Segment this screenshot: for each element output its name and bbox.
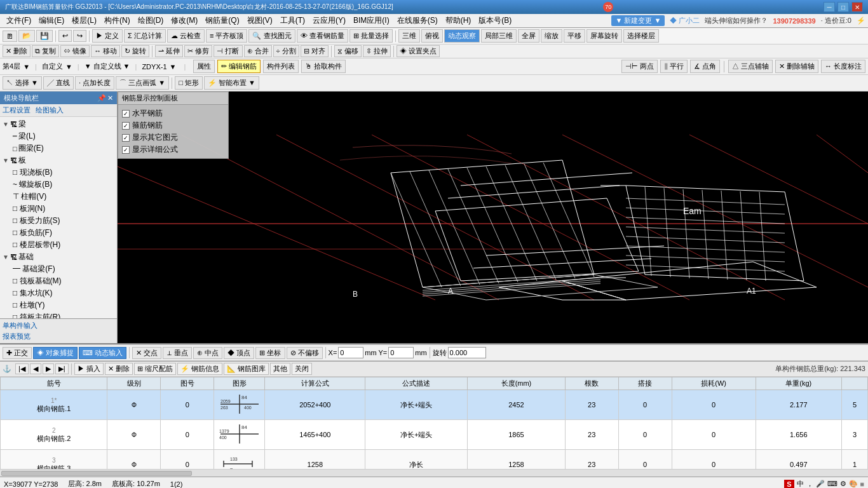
set-vertex-button[interactable]: ◈ 设置夹点 — [397, 45, 440, 57]
find-element-button[interactable]: 🔍 查找图元 — [248, 29, 295, 43]
checkbox-show-elements[interactable]: 显示其它图元 — [122, 132, 224, 144]
nav-prev-button[interactable]: ◀ — [30, 363, 41, 374]
cad-drawing[interactable]: B A A1 Eam — [118, 92, 868, 343]
sidebar-item-slab-rebar[interactable]: □ 板受力筋(S) — [0, 215, 117, 227]
menu-cloud[interactable]: 云应用(Y) — [309, 14, 349, 27]
table-row[interactable]: 2 横向钢筋.2 Ф 0 84 1379 — [1, 420, 868, 450]
new-change-button[interactable]: ▼ 新建变更 ▼ — [611, 15, 665, 26]
stretch-button[interactable]: ⇳ 拉伸 — [363, 45, 391, 57]
floor-align-button[interactable]: ≡ 平齐板顶 — [206, 29, 247, 43]
sidebar-item-beam[interactable]: ━ 梁(L) — [0, 130, 117, 142]
sidebar-item-found-beam[interactable]: ━ 基础梁(F) — [0, 263, 117, 275]
move-button[interactable]: ↔ 移动 — [91, 45, 120, 57]
table-row[interactable]: 3 横向钢筋.3 Ф 0 133 — [1, 450, 868, 470]
delete-button[interactable]: ✕ 删除 — [3, 45, 31, 57]
close-button[interactable]: ✕ — [851, 2, 863, 12]
report-preview-link[interactable]: 报表预览 — [3, 331, 114, 342]
scale-rebar-button[interactable]: ⊞ 缩尺配筋 — [134, 363, 176, 375]
screen-rotate-button[interactable]: 屏幕旋转 — [587, 29, 622, 43]
dynamic-input-button[interactable]: ⌨ 动态输入 — [79, 347, 126, 359]
insert-row-button[interactable]: ▶ 插入 — [74, 363, 104, 375]
menu-floor[interactable]: 楼层(L) — [68, 14, 100, 27]
close-table-button[interactable]: 关闭 — [292, 363, 312, 375]
coord-button[interactable]: ⊞ 坐标 — [255, 347, 285, 359]
sidebar-close-icon[interactable]: ✕ — [107, 94, 113, 102]
component-list-button[interactable]: 构件列表 — [263, 60, 299, 73]
sidebar-item-col-pier[interactable]: □ 柱墩(Y) — [0, 299, 117, 311]
edit-rebar-button[interactable]: ✏ 编辑钢筋 — [217, 60, 261, 73]
y-input[interactable] — [388, 347, 414, 358]
sidebar-item-sump[interactable]: □ 集水坑(K) — [0, 287, 117, 299]
view-rebar-button[interactable]: 👁 查看钢筋量 — [297, 29, 348, 43]
menu-version[interactable]: 版本号(B) — [475, 14, 515, 27]
checkbox-horizontal-rebar[interactable]: 水平钢筋 — [122, 107, 224, 119]
sidebar-item-beam-group[interactable]: ▼ 🏗 梁 — [0, 118, 117, 130]
sidebar-item-raft[interactable]: □ 筏板基础(M) — [0, 275, 117, 287]
delete-axis-button[interactable]: ✕ 删除辅轴 — [775, 60, 818, 73]
offset-button[interactable]: ⧖ 偏移 — [334, 45, 362, 57]
select-tool-button[interactable]: ↖ 选择 ▼ — [3, 76, 42, 90]
no-offset-button[interactable]: ⊘ 不偏移 — [287, 347, 323, 359]
pan-button[interactable]: 平移 — [564, 29, 585, 43]
ortho-button[interactable]: ✚ 正交 — [3, 347, 32, 359]
orbit-button[interactable]: 动态观察 — [444, 29, 480, 43]
checkbox-stirrup-icon[interactable] — [122, 122, 130, 130]
open-button[interactable]: 📂 — [18, 30, 35, 42]
cloud-check-button[interactable]: ☁ 云检查 — [167, 29, 205, 43]
menu-tools[interactable]: 工具(T) — [276, 14, 309, 27]
rotate-input[interactable] — [448, 347, 486, 358]
delete-row-button[interactable]: ✕ 删除 — [105, 363, 133, 375]
batch-select-button[interactable]: ⊞ 批量选择 — [349, 29, 393, 43]
pick-component-button[interactable]: 🖱 拾取构件 — [301, 60, 346, 73]
three-point-axis-button[interactable]: △ 三点辅轴 — [728, 60, 773, 73]
define-button[interactable]: ▶ 定义 — [92, 29, 123, 43]
redo-button[interactable]: ↪ — [73, 30, 86, 42]
sidebar-item-slab-neg[interactable]: □ 板负筋(F) — [0, 227, 117, 239]
save-button[interactable]: 💾 — [36, 30, 53, 42]
x-input[interactable] — [338, 347, 363, 358]
object-snap-button[interactable]: ◈ 对象捕捉 — [33, 347, 78, 359]
sidebar-pin-icon[interactable]: 📌 — [97, 94, 106, 102]
checkbox-show-formula[interactable]: 显示详细公式 — [122, 144, 224, 156]
cad-viewport[interactable]: 钢筋显示控制面板 水平钢筋 箍筋钢筋 显示其它图元 — [118, 92, 868, 343]
sidebar-item-spiral-slab[interactable]: ~ 螺旋板(B) — [0, 179, 117, 191]
maximize-button[interactable]: □ — [837, 2, 849, 12]
midpoint-button[interactable]: ⊕ 中点 — [193, 347, 222, 359]
split-button[interactable]: ÷ 分割 — [273, 45, 299, 57]
menu-edit[interactable]: 编辑(E) — [35, 14, 68, 27]
sidebar-item-ring-beam[interactable]: □ 圈梁(E) — [0, 142, 117, 154]
align-button[interactable]: ⊟ 对齐 — [301, 45, 329, 57]
checkbox-stirrup[interactable]: 箍筋钢筋 — [122, 119, 224, 132]
menu-draw[interactable]: 绘图(D) — [134, 14, 168, 27]
nav-next-button[interactable]: ▶ — [43, 363, 54, 374]
project-settings-link[interactable]: 工程设置 — [3, 105, 31, 115]
rotate-button[interactable]: ↻ 旋转 — [121, 45, 149, 57]
rebar-library-button[interactable]: 📐 钢筋图库 — [224, 363, 269, 375]
menu-bim[interactable]: BIM应用(I) — [349, 14, 393, 27]
three-arc-button[interactable]: ⌒ 三点画弧 ▼ — [116, 76, 169, 90]
minimize-button[interactable]: ─ — [824, 2, 835, 12]
nav-first-button[interactable]: |◀ — [15, 363, 29, 374]
sidebar-item-floor-strip[interactable]: □ 楼层板带(H) — [0, 239, 117, 251]
sidebar-item-cast-slab[interactable]: □ 现浇板(B) — [0, 166, 117, 179]
select-floor-button[interactable]: 选择楼层 — [623, 29, 659, 43]
topview-button[interactable]: 俯视 — [421, 29, 443, 43]
property-button[interactable]: 属性 — [193, 60, 215, 73]
merge-button[interactable]: ⊕ 合并 — [244, 45, 272, 57]
single-input-link[interactable]: 单构件输入 — [3, 320, 114, 331]
zoom-button[interactable]: 缩放 — [541, 29, 562, 43]
menu-component[interactable]: 构件(N) — [100, 14, 134, 27]
checkbox-elements-icon[interactable] — [122, 134, 130, 142]
mirror-button[interactable]: ⇔ 镜像 — [60, 45, 90, 57]
nav-last-button[interactable]: ▶| — [55, 363, 69, 374]
copy-button[interactable]: ⧉ 复制 — [32, 45, 59, 57]
notification-badge[interactable]: 70 — [603, 2, 613, 12]
checkbox-horizontal-icon[interactable] — [122, 110, 130, 118]
point-length-button[interactable]: · 点加长度 — [75, 76, 114, 90]
rebar-info-button[interactable]: ⚡ 钢筋信息 — [177, 363, 222, 375]
rect-button[interactable]: □ 矩形 — [175, 76, 203, 90]
intersect-button[interactable]: ✕ 交点 — [132, 347, 161, 359]
perp-button[interactable]: ⊥ 垂点 — [163, 347, 192, 359]
sidebar-item-foundation-group[interactable]: ▼ 🏗 基础 — [0, 251, 117, 263]
length-mark-button[interactable]: ↔ 长度标注 — [821, 60, 865, 73]
